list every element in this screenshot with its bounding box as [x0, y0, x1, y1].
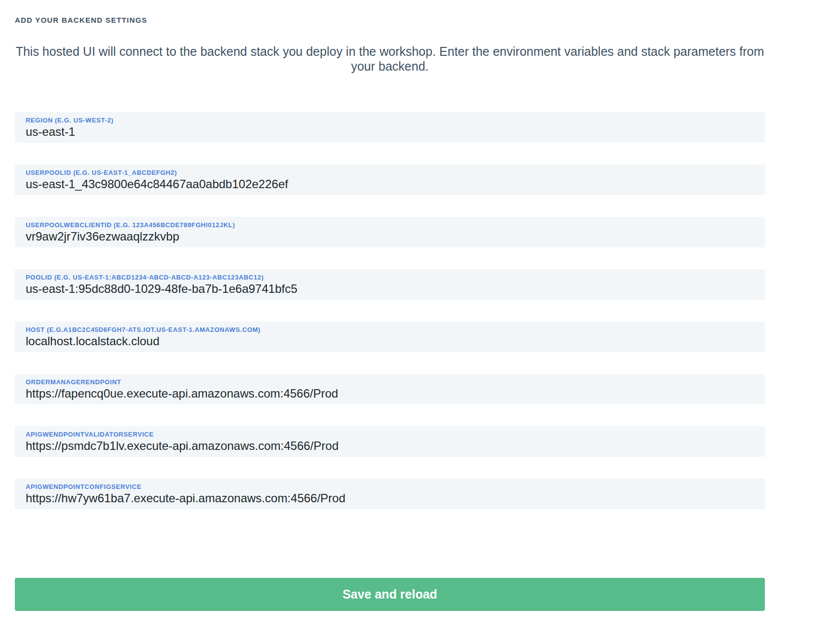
field-userpoolid[interactable]: USERPOOLID (E.G. US-EAST-1_ABCDEFGH2) — [15, 164, 765, 195]
ordermanagerendpoint-input[interactable] — [26, 386, 754, 401]
field-apigwendpointconfigservice[interactable]: APIGWENDPOINTCONFIGSERVICE — [15, 479, 765, 509]
page-description: This hosted UI will connect to the backe… — [15, 44, 765, 74]
field-userpoolid-label: USERPOOLID (E.G. US-EAST-1_ABCDEFGH2) — [26, 169, 754, 177]
field-userpoolwebclientid-label: USERPOOLWEBCLIENTID (E.G. 123A456BCDE789… — [26, 221, 754, 229]
field-region[interactable]: REGION (E.G. US-WEST-2) — [15, 112, 765, 143]
page-title: ADD YOUR BACKEND SETTINGS — [15, 16, 765, 24]
backend-settings-page: ADD YOUR BACKEND SETTINGS This hosted UI… — [0, 0, 839, 644]
field-apigwendpointvalidatorservice[interactable]: APIGWENDPOINTVALIDATORSERVICE — [15, 426, 765, 457]
field-poolid[interactable]: POOLID (E.G. US-EAST-1:ABCD1234-ABCD-ABC… — [15, 269, 765, 300]
apigwendpointvalidatorservice-input[interactable] — [26, 439, 754, 453]
userpoolid-input[interactable] — [26, 177, 754, 191]
field-userpoolwebclientid[interactable]: USERPOOLWEBCLIENTID (E.G. 123A456BCDE789… — [15, 217, 765, 247]
apigwendpointconfigservice-input[interactable] — [26, 491, 754, 505]
field-ordermanagerendpoint[interactable]: ORDERMANAGERENDPOINT — [15, 374, 765, 404]
userpoolwebclientid-input[interactable] — [26, 229, 754, 243]
field-region-label: REGION (E.G. US-WEST-2) — [26, 117, 754, 124]
host-input[interactable] — [26, 334, 754, 348]
settings-form: REGION (E.G. US-WEST-2) USERPOOLID (E.G.… — [15, 112, 765, 509]
field-apigwendpointvalidatorservice-label: APIGWENDPOINTVALIDATORSERVICE — [26, 431, 754, 439]
field-host[interactable]: HOST (E.G.A1BC2C45D6FGH7-ATS.IOT.US-EAST… — [15, 322, 765, 352]
field-ordermanagerendpoint-label: ORDERMANAGERENDPOINT — [26, 378, 754, 386]
save-and-reload-button[interactable]: Save and reload — [15, 578, 765, 611]
field-apigwendpointconfigservice-label: APIGWENDPOINTCONFIGSERVICE — [26, 483, 754, 491]
poolid-input[interactable] — [26, 282, 754, 296]
region-input[interactable] — [26, 124, 754, 139]
field-host-label: HOST (E.G.A1BC2C45D6FGH7-ATS.IOT.US-EAST… — [26, 326, 754, 334]
field-poolid-label: POOLID (E.G. US-EAST-1:ABCD1234-ABCD-ABC… — [26, 274, 754, 282]
